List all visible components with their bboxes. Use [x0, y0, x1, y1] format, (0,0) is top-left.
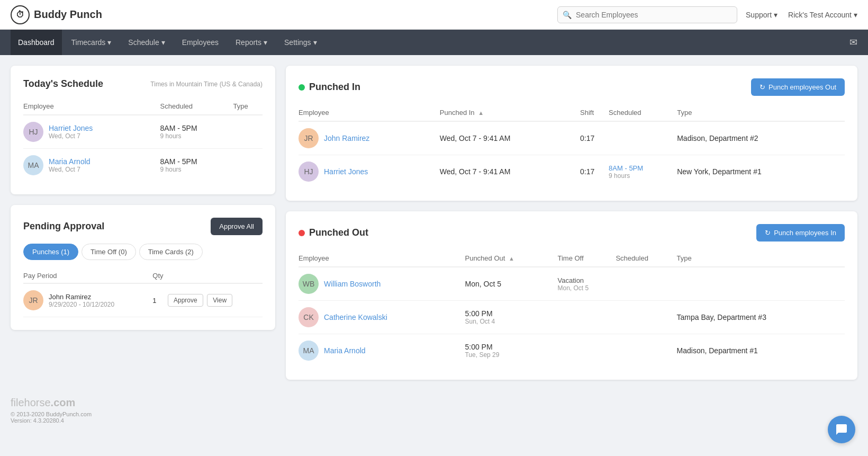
schedule-type-2 [233, 149, 263, 182]
employee-name-maria-arnold[interactable]: Maria Arnold [324, 346, 366, 355]
nav-label-dashboard: Dashboard [18, 38, 55, 47]
green-dot [299, 84, 305, 91]
schedule-type-1 [233, 115, 263, 149]
schedule-employee-2: MA Maria Arnold Wed, Oct 7 [23, 149, 160, 182]
account-label: Rick's Test Account [788, 11, 852, 19]
support-button[interactable]: Support ▾ [746, 11, 777, 19]
punch-employees-in-button[interactable]: ↻ Punch employees In [756, 224, 845, 242]
approve-all-button[interactable]: Approve All [211, 218, 263, 235]
search-input[interactable] [557, 6, 737, 23]
pending-approval-card: Pending Approval Approve All Punches (1)… [11, 205, 275, 330]
punched-in-card: Punched In ↻ Punch employees Out Employe… [286, 66, 857, 201]
table-row: CK Catherine Kowalski 5:00 PM Sun, Oct 4… [299, 301, 845, 334]
top-right-actions: Support ▾ Rick's Test Account ▾ [746, 11, 857, 19]
nav-item-timecards[interactable]: Timecards ▾ [64, 30, 119, 55]
employee-name-maria[interactable]: Maria Arnold [49, 157, 91, 166]
pi-col-punched-in: Punched In ▲ [440, 104, 580, 121]
table-row: HJ Harriet Jones Wed, Oct 7 8AM - 5PM 9 … [23, 115, 263, 149]
red-dot [299, 230, 305, 236]
schedule-time-1: 8AM - 5PM 9 hours [160, 115, 233, 149]
tab-time-off[interactable]: Time Off (0) [82, 244, 136, 260]
approve-button[interactable]: Approve [168, 294, 203, 307]
footer-logo: filehorse.com [11, 397, 857, 409]
nav-item-schedule[interactable]: Schedule ▾ [121, 30, 172, 55]
employee-name-william[interactable]: William Bosworth [324, 280, 381, 288]
employee-date-harriet: Wed, Oct 7 [49, 132, 93, 140]
punched-in-badge: Punched In [299, 82, 360, 93]
avatar: HJ [299, 162, 319, 182]
right-column: Punched In ↻ Punch employees Out Employe… [286, 66, 857, 380]
pending-approval-title: Pending Approval [23, 221, 104, 232]
employee-name-john-ramirez[interactable]: John Ramirez [324, 134, 369, 142]
approval-employee-1: JR John Ramirez 9/29/2020 - 10/12/2020 [23, 283, 152, 317]
chevron-down-icon-account: ▾ [854, 11, 857, 19]
nav-item-employees[interactable]: Employees [175, 30, 226, 55]
nav-mail-icon[interactable]: ✉ [849, 37, 857, 48]
vacation-date: Mon, Oct 5 [557, 284, 616, 292]
po-scheduled-1 [616, 267, 676, 301]
punch-employees-out-button[interactable]: ↻ Punch employees Out [751, 78, 845, 96]
po-col-employee: Employee [299, 250, 465, 267]
punched-out-card: Punched Out ↻ Punch employees In Employe… [286, 211, 857, 380]
chevron-down-icon-settings: ▾ [313, 38, 317, 47]
avatar: HJ [23, 122, 43, 142]
po-col-type: Type [677, 250, 845, 267]
pi-col-type: Type [677, 104, 845, 121]
avatar: MA [299, 341, 319, 361]
pi-col-scheduled: Scheduled [609, 104, 677, 121]
po-date-3: 5:00 PM Tue, Sep 29 [465, 334, 557, 368]
punched-out-table: Employee Punched Out ▲ Time Off Schedule… [299, 250, 845, 367]
po-date-1: Mon, Oct 5 [465, 267, 557, 301]
employee-name-harriet[interactable]: Harriet Jones [49, 124, 93, 132]
pi-punched-in-1: Wed, Oct 7 - 9:41 AM [440, 121, 580, 155]
nav-item-settings[interactable]: Settings ▾ [277, 30, 324, 55]
avatar: JR [23, 290, 43, 310]
punch-in-label: Punch employees In [774, 229, 836, 237]
pi-type-1: Madison, Department #2 [677, 121, 845, 155]
po-type-3: Madison, Department #1 [677, 334, 845, 368]
employee-date-maria: Wed, Oct 7 [49, 166, 91, 173]
punched-in-table: Employee Punched In ▲ Shift Scheduled Ty… [299, 104, 845, 188]
table-row: JR John Ramirez Wed, Oct 7 - 9:41 AM 0:1… [299, 121, 845, 155]
pi-type-2: New York, Department #1 [677, 155, 845, 189]
table-row: HJ Harriet Jones Wed, Oct 7 - 9:41 AM 0:… [299, 155, 845, 189]
employee-name-harriet-jones[interactable]: Harriet Jones [324, 167, 368, 176]
left-column: Today's Schedule Times in Mountain Time … [11, 66, 275, 380]
schedule-table: Employee Scheduled Type HJ Harriet Jones [23, 98, 263, 182]
nav-item-dashboard[interactable]: Dashboard [11, 30, 62, 55]
chevron-down-icon-reports: ▾ [264, 38, 267, 47]
nav-label-timecards: Timecards [71, 38, 106, 47]
footer-copyright: © 2013-2020 BuddyPunch.com [11, 411, 857, 417]
approval-qty-1: 1 [152, 283, 168, 317]
pi-employee-2: HJ Harriet Jones [299, 155, 440, 189]
pi-employee-1: JR John Ramirez [299, 121, 440, 155]
avatar: CK [299, 307, 319, 327]
pi-punched-in-2: Wed, Oct 7 - 9:41 AM [440, 155, 580, 189]
tab-time-cards[interactable]: Time Cards (2) [139, 244, 203, 260]
nav-label-reports: Reports [236, 38, 261, 47]
schedule-col-scheduled: Scheduled [160, 98, 233, 115]
refresh-icon-in: ↻ [765, 229, 771, 237]
search-bar: 🔍 [557, 6, 737, 23]
approval-col-qty: Qty [152, 269, 168, 283]
account-button[interactable]: Rick's Test Account ▾ [788, 11, 857, 19]
logo: ⏱ Buddy Punch [11, 5, 102, 24]
po-employee-2: CK Catherine Kowalski [299, 301, 465, 334]
nav-item-reports[interactable]: Reports ▾ [228, 30, 275, 55]
view-button[interactable]: View [207, 294, 232, 307]
todays-schedule-subtitle: Times in Mountain Time (US & Canada) [150, 81, 263, 88]
approval-col-pay-period: Pay Period [23, 269, 152, 283]
punched-in-header: Punched In ↻ Punch employees Out [299, 78, 845, 96]
employee-name-catherine[interactable]: Catherine Kowalski [324, 313, 387, 321]
nav-label-schedule: Schedule [128, 38, 159, 47]
nav-label-employees: Employees [182, 38, 219, 47]
tab-punches[interactable]: Punches (1) [23, 244, 78, 260]
po-employee-3: MA Maria Arnold [299, 334, 465, 368]
po-employee-1: WB William Bosworth [299, 267, 465, 301]
table-row: WB William Bosworth Mon, Oct 5 Vacation … [299, 267, 845, 301]
support-label: Support [746, 11, 772, 19]
chat-icon [835, 423, 848, 430]
po-scheduled-3 [616, 334, 676, 368]
punched-in-title: Punched In [309, 82, 360, 93]
nav-label-settings: Settings [284, 38, 311, 47]
